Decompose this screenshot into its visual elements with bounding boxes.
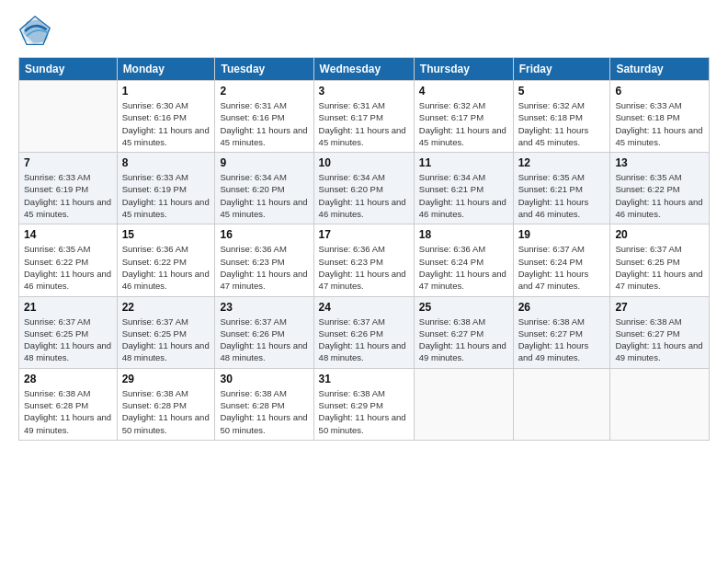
calendar-cell bbox=[414, 368, 513, 440]
day-detail: Sunrise: 6:32 AMSunset: 6:18 PMDaylight:… bbox=[518, 99, 606, 148]
day-detail: Sunrise: 6:36 AMSunset: 6:24 PMDaylight:… bbox=[419, 243, 508, 292]
calendar-week-row: 14 Sunrise: 6:35 AMSunset: 6:22 PMDaylig… bbox=[19, 224, 710, 296]
calendar-week-row: 28 Sunrise: 6:38 AMSunset: 6:28 PMDaylig… bbox=[19, 368, 710, 440]
calendar: SundayMondayTuesdayWednesdayThursdayFrid… bbox=[18, 57, 710, 441]
day-detail: Sunrise: 6:37 AMSunset: 6:24 PMDaylight:… bbox=[518, 243, 606, 292]
day-number: 25 bbox=[419, 301, 508, 314]
calendar-cell: 8 Sunrise: 6:33 AMSunset: 6:19 PMDayligh… bbox=[117, 153, 215, 224]
day-detail: Sunrise: 6:32 AMSunset: 6:17 PMDaylight:… bbox=[419, 99, 508, 148]
day-number: 22 bbox=[122, 301, 210, 314]
calendar-cell: 12 Sunrise: 6:35 AMSunset: 6:21 PMDaylig… bbox=[513, 153, 610, 224]
day-detail: Sunrise: 6:38 AMSunset: 6:27 PMDaylight:… bbox=[615, 316, 704, 364]
calendar-cell bbox=[19, 81, 118, 153]
calendar-cell: 18 Sunrise: 6:36 AMSunset: 6:24 PMDaylig… bbox=[414, 224, 513, 296]
day-detail: Sunrise: 6:34 AMSunset: 6:20 PMDaylight:… bbox=[319, 171, 409, 220]
logo bbox=[18, 15, 55, 48]
calendar-cell: 28 Sunrise: 6:38 AMSunset: 6:28 PMDaylig… bbox=[19, 368, 118, 440]
day-number: 15 bbox=[122, 228, 210, 241]
day-detail: Sunrise: 6:37 AMSunset: 6:25 PMDaylight:… bbox=[615, 243, 704, 292]
calendar-cell: 20 Sunrise: 6:37 AMSunset: 6:25 PMDaylig… bbox=[610, 224, 710, 296]
day-detail: Sunrise: 6:37 AMSunset: 6:26 PMDaylight:… bbox=[319, 316, 409, 364]
day-number: 19 bbox=[518, 228, 606, 241]
day-number: 5 bbox=[518, 85, 606, 98]
calendar-cell: 23 Sunrise: 6:37 AMSunset: 6:26 PMDaylig… bbox=[215, 296, 313, 368]
day-number: 6 bbox=[615, 85, 704, 98]
calendar-cell: 16 Sunrise: 6:36 AMSunset: 6:23 PMDaylig… bbox=[215, 224, 313, 296]
day-number: 10 bbox=[319, 156, 409, 169]
calendar-cell: 21 Sunrise: 6:37 AMSunset: 6:25 PMDaylig… bbox=[19, 296, 118, 368]
day-number: 2 bbox=[220, 85, 308, 98]
day-detail: Sunrise: 6:33 AMSunset: 6:19 PMDaylight:… bbox=[122, 171, 210, 220]
day-number: 13 bbox=[615, 156, 704, 169]
day-header-thursday: Thursday bbox=[414, 58, 513, 81]
day-detail: Sunrise: 6:38 AMSunset: 6:28 PMDaylight:… bbox=[122, 387, 210, 436]
calendar-cell: 29 Sunrise: 6:38 AMSunset: 6:28 PMDaylig… bbox=[117, 368, 215, 440]
day-header-saturday: Saturday bbox=[610, 58, 710, 81]
day-detail: Sunrise: 6:33 AMSunset: 6:19 PMDaylight:… bbox=[24, 171, 112, 220]
day-detail: Sunrise: 6:31 AMSunset: 6:16 PMDaylight:… bbox=[220, 99, 308, 148]
logo-icon bbox=[18, 15, 51, 48]
day-detail: Sunrise: 6:37 AMSunset: 6:25 PMDaylight:… bbox=[24, 316, 112, 364]
calendar-cell: 17 Sunrise: 6:36 AMSunset: 6:23 PMDaylig… bbox=[313, 224, 414, 296]
calendar-cell: 1 Sunrise: 6:30 AMSunset: 6:16 PMDayligh… bbox=[117, 81, 215, 153]
day-number: 28 bbox=[24, 373, 112, 385]
day-header-friday: Friday bbox=[513, 58, 610, 81]
day-number: 20 bbox=[615, 228, 704, 241]
day-detail: Sunrise: 6:30 AMSunset: 6:16 PMDaylight:… bbox=[122, 99, 210, 148]
day-number: 31 bbox=[319, 373, 409, 385]
day-detail: Sunrise: 6:35 AMSunset: 6:22 PMDaylight:… bbox=[24, 243, 112, 292]
day-detail: Sunrise: 6:31 AMSunset: 6:17 PMDaylight:… bbox=[319, 99, 409, 148]
day-number: 17 bbox=[319, 228, 409, 241]
day-number: 11 bbox=[419, 156, 508, 169]
calendar-cell: 10 Sunrise: 6:34 AMSunset: 6:20 PMDaylig… bbox=[313, 153, 414, 224]
day-number: 12 bbox=[518, 156, 606, 169]
calendar-cell: 30 Sunrise: 6:38 AMSunset: 6:28 PMDaylig… bbox=[215, 368, 313, 440]
day-number: 1 bbox=[122, 85, 210, 98]
day-number: 8 bbox=[122, 156, 210, 169]
day-detail: Sunrise: 6:38 AMSunset: 6:27 PMDaylight:… bbox=[518, 316, 606, 364]
day-number: 27 bbox=[615, 301, 704, 314]
day-number: 9 bbox=[220, 156, 308, 169]
calendar-cell: 2 Sunrise: 6:31 AMSunset: 6:16 PMDayligh… bbox=[215, 81, 313, 153]
day-number: 18 bbox=[419, 228, 508, 241]
calendar-cell bbox=[610, 368, 710, 440]
calendar-cell: 13 Sunrise: 6:35 AMSunset: 6:22 PMDaylig… bbox=[610, 153, 710, 224]
calendar-cell: 4 Sunrise: 6:32 AMSunset: 6:17 PMDayligh… bbox=[414, 81, 513, 153]
day-detail: Sunrise: 6:34 AMSunset: 6:21 PMDaylight:… bbox=[419, 171, 508, 220]
day-detail: Sunrise: 6:38 AMSunset: 6:28 PMDaylight:… bbox=[24, 387, 112, 436]
calendar-cell: 31 Sunrise: 6:38 AMSunset: 6:29 PMDaylig… bbox=[313, 368, 414, 440]
day-number: 3 bbox=[319, 85, 409, 98]
day-detail: Sunrise: 6:37 AMSunset: 6:26 PMDaylight:… bbox=[220, 316, 308, 364]
day-number: 29 bbox=[122, 373, 210, 385]
day-number: 26 bbox=[518, 301, 606, 314]
day-number: 21 bbox=[24, 301, 112, 314]
calendar-cell: 5 Sunrise: 6:32 AMSunset: 6:18 PMDayligh… bbox=[513, 81, 610, 153]
calendar-cell: 19 Sunrise: 6:37 AMSunset: 6:24 PMDaylig… bbox=[513, 224, 610, 296]
calendar-week-row: 1 Sunrise: 6:30 AMSunset: 6:16 PMDayligh… bbox=[19, 81, 710, 153]
calendar-cell bbox=[513, 368, 610, 440]
calendar-cell: 6 Sunrise: 6:33 AMSunset: 6:18 PMDayligh… bbox=[610, 81, 710, 153]
calendar-cell: 24 Sunrise: 6:37 AMSunset: 6:26 PMDaylig… bbox=[313, 296, 414, 368]
day-detail: Sunrise: 6:38 AMSunset: 6:29 PMDaylight:… bbox=[319, 387, 409, 436]
day-header-monday: Monday bbox=[117, 58, 215, 81]
day-number: 7 bbox=[24, 156, 112, 169]
calendar-cell: 25 Sunrise: 6:38 AMSunset: 6:27 PMDaylig… bbox=[414, 296, 513, 368]
day-header-tuesday: Tuesday bbox=[215, 58, 313, 81]
calendar-cell: 22 Sunrise: 6:37 AMSunset: 6:25 PMDaylig… bbox=[117, 296, 215, 368]
calendar-week-row: 7 Sunrise: 6:33 AMSunset: 6:19 PMDayligh… bbox=[19, 153, 710, 224]
day-header-wednesday: Wednesday bbox=[313, 58, 414, 81]
day-number: 16 bbox=[220, 228, 308, 241]
day-detail: Sunrise: 6:36 AMSunset: 6:22 PMDaylight:… bbox=[122, 243, 210, 292]
day-number: 14 bbox=[24, 228, 112, 241]
calendar-cell: 9 Sunrise: 6:34 AMSunset: 6:20 PMDayligh… bbox=[215, 153, 313, 224]
calendar-week-row: 21 Sunrise: 6:37 AMSunset: 6:25 PMDaylig… bbox=[19, 296, 710, 368]
day-detail: Sunrise: 6:36 AMSunset: 6:23 PMDaylight:… bbox=[220, 243, 308, 292]
calendar-header-row: SundayMondayTuesdayWednesdayThursdayFrid… bbox=[19, 58, 710, 81]
calendar-cell: 14 Sunrise: 6:35 AMSunset: 6:22 PMDaylig… bbox=[19, 224, 118, 296]
page: SundayMondayTuesdayWednesdayThursdayFrid… bbox=[0, 0, 728, 563]
day-detail: Sunrise: 6:38 AMSunset: 6:27 PMDaylight:… bbox=[419, 316, 508, 364]
calendar-cell: 27 Sunrise: 6:38 AMSunset: 6:27 PMDaylig… bbox=[610, 296, 710, 368]
calendar-cell: 11 Sunrise: 6:34 AMSunset: 6:21 PMDaylig… bbox=[414, 153, 513, 224]
day-detail: Sunrise: 6:33 AMSunset: 6:18 PMDaylight:… bbox=[615, 99, 704, 148]
day-number: 23 bbox=[220, 301, 308, 314]
